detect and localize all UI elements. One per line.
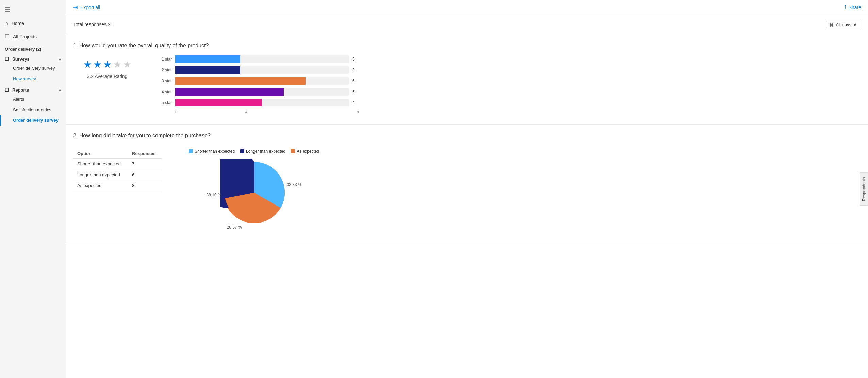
axis-0: 0 <box>175 110 177 114</box>
question-1-content: ★ ★ ★ ★ ★ 3.2 Average Rating 1 star <box>73 55 861 114</box>
sidebar-item-all-projects[interactable]: ☐ All Projects <box>0 30 66 43</box>
pie-legend: Shorter than expected Longer than expect… <box>189 149 319 154</box>
star-3: ★ <box>103 59 112 70</box>
sidebar-item-order-delivery-report[interactable]: Order delivery survey <box>0 115 66 126</box>
table-header-option: Option <box>73 149 128 159</box>
legend-label-longer: Longer than expected <box>246 149 285 154</box>
pie-label-longer-pct: 28.57 % <box>227 225 242 230</box>
bar-value-2star: 3 <box>352 68 359 72</box>
sidebar-item-home[interactable]: ⌂ Home <box>0 17 66 30</box>
bar-track-5star <box>175 99 349 106</box>
table-row: Shorter than expected 7 <box>73 159 162 169</box>
days-filter-chevron: ∨ <box>853 22 857 27</box>
pie-slice-longer <box>224 162 254 198</box>
bar-track-3star <box>175 77 349 85</box>
bar-row-1star: 1 star 3 <box>155 55 359 63</box>
reports-label: Reports <box>12 87 29 93</box>
pie-label-asexpected-pct: 38.10 % <box>207 193 222 197</box>
days-filter-button[interactable]: ▦ All days ∨ <box>825 20 861 29</box>
reports-chevron: ∧ <box>59 88 61 92</box>
export-button[interactable]: ⇥ Export all <box>73 4 100 11</box>
table-header-responses: Responses <box>128 149 162 159</box>
total-responses: Total responses 21 <box>73 22 113 27</box>
reports-icon: ☐ <box>5 87 9 93</box>
sidebar-item-satisfaction-metrics[interactable]: Satisfaction metrics <box>0 104 66 115</box>
sidebar: ☰ ⌂ Home ☐ All Projects Order delivery (… <box>0 0 66 378</box>
hamburger-icon[interactable]: ☰ <box>0 3 66 17</box>
sidebar-item-alerts[interactable]: Alerts <box>0 94 66 104</box>
bar-label-2star: 2 star <box>155 68 172 72</box>
pie-table: Option Responses Shorter than expected 7… <box>73 149 162 191</box>
export-icon: ⇥ <box>73 4 78 11</box>
legend-shorter: Shorter than expected <box>189 149 235 154</box>
avg-rating-label: 3.2 Average Rating <box>87 73 128 79</box>
surveys-section-header[interactable]: ☐ Surveys ∧ <box>0 53 66 63</box>
bar-chart: 1 star 3 2 star 3 3 star <box>155 55 359 114</box>
bar-row-4star: 4 star 5 <box>155 88 359 96</box>
star-4: ★ <box>113 59 121 70</box>
reports-section-header[interactable]: ☐ Reports ∧ <box>0 84 66 94</box>
star-5: ★ <box>123 59 131 70</box>
table-cell-longer-val: 6 <box>128 169 162 180</box>
sidebar-item-new-survey[interactable]: New survey <box>0 73 66 84</box>
legend-longer: Longer than expected <box>240 149 285 154</box>
rating-display: ★ ★ ★ ★ ★ 3.2 Average Rating <box>73 55 141 79</box>
legend-asexpected: As expected <box>291 149 319 154</box>
table-cell-shorter: Shorter than expected <box>73 159 128 169</box>
bar-track-2star <box>175 66 349 74</box>
pie-chart-wrapper: Shorter than expected Longer than expect… <box>189 149 319 233</box>
bar-track-4star <box>175 88 349 96</box>
bar-label-3star: 3 star <box>155 79 172 83</box>
bar-value-3star: 6 <box>352 79 359 83</box>
bar-fill-3star <box>175 77 306 85</box>
sidebar-section-title: Order delivery (2) <box>0 43 66 53</box>
surveys-chevron: ∧ <box>59 57 61 61</box>
bar-label-4star: 4 star <box>155 89 172 94</box>
calendar-icon: ▦ <box>829 22 834 27</box>
share-button[interactable]: ⤴ Share <box>844 4 861 10</box>
topbar: ⇥ Export all ⤴ Share <box>66 0 868 15</box>
sidebar-item-order-delivery-survey[interactable]: Order delivery survey <box>0 63 66 73</box>
home-icon: ⌂ <box>5 20 8 27</box>
question-2-title: 2. How long did it take for you to compl… <box>73 133 861 139</box>
pie-chart-svg-2 <box>220 159 288 227</box>
table-row: Longer than expected 6 <box>73 169 162 180</box>
main-content: ⇥ Export all ⤴ Share Total responses 21 … <box>66 0 868 378</box>
table-cell-shorter-val: 7 <box>128 159 162 169</box>
content-area: Total responses 21 ▦ All days ∨ 1. How w… <box>66 15 868 378</box>
pie-labels-area: 33.33 % 38.10 % 28.57 % <box>207 159 302 233</box>
respondents-tab[interactable]: Respondents <box>860 172 868 206</box>
legend-dot-longer <box>240 149 244 153</box>
bar-fill-5star <box>175 99 262 106</box>
pie-label-shorter-pct: 33.33 % <box>287 182 302 187</box>
sidebar-home-label: Home <box>12 21 24 26</box>
bar-label-5star: 5 star <box>155 100 172 105</box>
star-1: ★ <box>83 59 92 70</box>
surveys-label: Surveys <box>12 56 30 62</box>
sidebar-all-projects-label: All Projects <box>13 34 37 39</box>
chart-axis: 0 4 8 <box>175 110 359 114</box>
share-label: Share <box>849 5 861 10</box>
table-row: As expected 8 <box>73 180 162 191</box>
question-1-title: 1. How would you rate the overall qualit… <box>73 43 861 49</box>
axis-8: 8 <box>357 110 359 114</box>
bar-row-5star: 5 star 4 <box>155 99 359 106</box>
legend-label-shorter: Shorter than expected <box>195 149 235 154</box>
star-2: ★ <box>93 59 102 70</box>
table-cell-asexpected-val: 8 <box>128 180 162 191</box>
bar-fill-2star <box>175 66 240 74</box>
legend-dot-shorter <box>189 149 193 153</box>
legend-label-asexpected: As expected <box>297 149 319 154</box>
bar-value-1star: 3 <box>352 57 359 62</box>
table-cell-asexpected: As expected <box>73 180 128 191</box>
bar-fill-1star <box>175 55 240 63</box>
star-rating: ★ ★ ★ ★ ★ <box>83 59 131 70</box>
bar-label-1star: 1 star <box>155 57 172 62</box>
bar-fill-4star <box>175 88 284 96</box>
surveys-icon: ☐ <box>5 56 9 62</box>
bar-value-5star: 4 <box>352 100 359 105</box>
question-2-section: 2. How long did it take for you to compl… <box>66 125 868 244</box>
table-cell-longer: Longer than expected <box>73 169 128 180</box>
axis-4: 4 <box>245 110 247 114</box>
responses-bar: Total responses 21 ▦ All days ∨ <box>66 15 868 34</box>
